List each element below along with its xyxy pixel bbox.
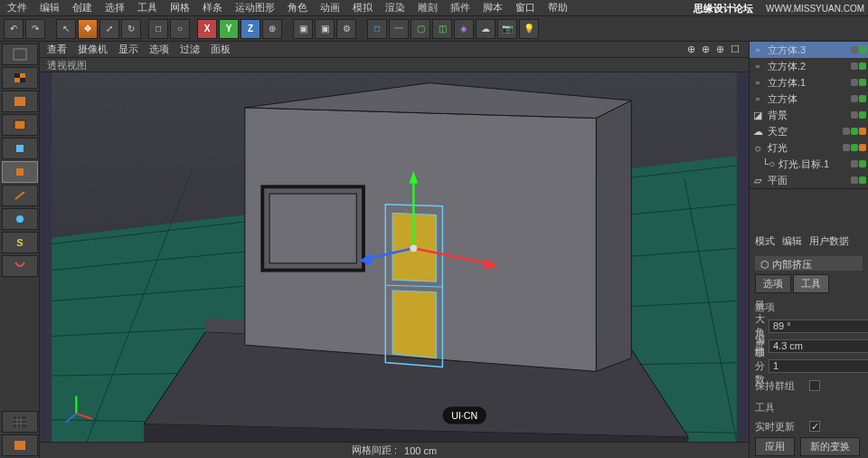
nurbs-button[interactable]: ▢ [410,19,430,39]
lock-button[interactable]: ○ [170,19,190,39]
scale-tool-button[interactable]: ⤢ [99,19,119,39]
spline-button[interactable]: 〰 [389,19,409,39]
generator-button[interactable]: ◫ [432,19,452,39]
vp-camera[interactable]: 摄像机 [78,43,108,56]
offset-input[interactable] [769,339,868,353]
svg-rect-7 [16,168,24,176]
menu-spline[interactable]: 样条 [203,1,222,14]
svg-rect-4 [14,97,25,106]
obj-cube1[interactable]: ▫立方体.1 [750,74,868,91]
light-button[interactable]: 💡 [519,19,539,39]
ui-cn-logo: UI·CN [442,406,486,424]
menu-mograph[interactable]: 运动图形 [235,1,275,14]
max-angle-input[interactable] [769,320,868,333]
undo-button[interactable]: ↶ [4,19,24,39]
svg-rect-6 [16,145,24,152]
menu-tools[interactable]: 工具 [137,1,157,14]
cube-icon: ▫ [751,92,764,105]
render-region-button[interactable]: ▣ [315,19,335,39]
attr-edit-tab[interactable]: 编辑 [782,234,802,249]
poly-mode-button[interactable] [2,161,38,183]
obj-plane[interactable]: ▱平面 [750,172,868,188]
viewport[interactable]: UI·CN [40,72,749,442]
redo-button[interactable]: ↷ [25,19,45,39]
move-tool-button[interactable]: ✥ [78,19,98,39]
edge-mode-button[interactable] [2,185,38,206]
make-editable-button[interactable] [2,43,38,65]
viewport-title-bar: 透视视图 [40,58,749,72]
snap-button[interactable] [2,255,38,277]
workplane-button[interactable] [2,411,38,433]
object-manager[interactable]: ▫立方体.3 ▫立方体.2 ▫立方体.1 ▫立方体 ◪背景 ☁天空 ☼灯光 └○… [750,42,868,189]
point-mode-button[interactable] [2,138,38,159]
camera-button[interactable]: 📷 [497,19,517,39]
menu-render[interactable]: 渲染 [385,1,405,14]
watermark-text: 思缘设计论坛 [693,2,753,15]
realtime-label: 实时更新 [755,420,806,434]
vertex-mode-button[interactable] [2,208,38,230]
attr-userdata-tab[interactable]: 用户数据 [809,234,849,249]
obj-cube2[interactable]: ▫立方体.2 [750,58,868,74]
axis-mode-button[interactable]: S [2,232,38,253]
plane-icon: ▱ [751,174,764,186]
tool-title: ⬡ 内部挤压 [755,256,863,271]
obj-sky[interactable]: ☁天空 [750,123,868,139]
menu-create[interactable]: 创建 [72,1,92,14]
menu-sculpt[interactable]: 雕刻 [418,1,438,14]
menu-window[interactable]: 窗口 [515,1,535,14]
coord-system-button[interactable]: ⊕ [262,19,282,39]
axis-x-button[interactable]: X [197,19,217,39]
uv-mode-button[interactable] [2,114,38,136]
light-icon: ☼ [751,141,764,154]
obj-cube[interactable]: ▫立方体 [750,91,868,107]
menu-animation[interactable]: 动画 [320,1,340,14]
vp-panel[interactable]: 面板 [211,43,231,56]
attr-mode-tab[interactable]: 模式 [755,234,775,249]
svg-point-8 [16,215,24,223]
menu-edit[interactable]: 编辑 [40,1,60,14]
menu-file[interactable]: 文件 [7,1,27,14]
deformer-button[interactable]: ◈ [454,19,474,39]
subtab-options[interactable]: 选项 [755,274,791,293]
texture-mode-button[interactable] [2,91,38,112]
obj-light-target[interactable]: └○灯光.目标.1 [750,156,868,172]
menu-mesh[interactable]: 网格 [170,1,190,14]
axis-y-button[interactable]: Y [219,19,239,39]
select-tool-button[interactable]: ↖ [56,19,76,39]
last-tool-button[interactable]: □ [148,19,168,39]
watermark-url: WWW.MISSYUAN.COM [766,4,864,14]
vp-view[interactable]: 查看 [47,43,67,56]
menu-help[interactable]: 帮助 [548,1,568,14]
apply-button[interactable]: 应用 [755,437,795,456]
obj-background[interactable]: ◪背景 [750,107,868,123]
vp-options[interactable]: 选项 [149,43,169,56]
menu-select[interactable]: 选择 [105,1,125,14]
menu-character[interactable]: 角色 [288,1,307,14]
primitive-button[interactable]: □ [367,19,387,39]
obj-cube3[interactable]: ▫立方体.3 [750,42,868,58]
realtime-checkbox[interactable]: ✓ [809,421,820,432]
cube-icon: ▫ [751,60,764,72]
viewport-footer: 网格间距 : 100 cm [40,442,749,458]
subdiv-input[interactable] [769,359,868,373]
cube-icon: ▫ [751,76,764,89]
menu-script[interactable]: 脚本 [483,1,503,14]
viewport-container: 查看 摄像机 显示 选项 过滤 面板 ⊕ ⊕ ⊕ ☐ 透视视图 [40,42,749,458]
new-transform-button[interactable]: 新的变换 [800,437,860,456]
render-button[interactable]: ▣ [293,19,313,39]
obj-light[interactable]: ☼灯光 [750,139,868,156]
environment-button[interactable]: ☁ [476,19,495,39]
vp-filter[interactable]: 过滤 [180,43,200,56]
rotate-tool-button[interactable]: ↻ [121,19,141,39]
model-mode-button[interactable] [2,67,38,89]
viewport-menu: 查看 摄像机 显示 选项 过滤 面板 ⊕ ⊕ ⊕ ☐ [40,42,749,58]
vp-display[interactable]: 显示 [118,43,138,56]
vp-nav-icons[interactable]: ⊕ ⊕ ⊕ ☐ [687,43,741,55]
paint-button[interactable] [2,434,38,456]
menu-plugins[interactable]: 插件 [450,1,470,14]
axis-z-button[interactable]: Z [241,19,260,39]
menu-simulate[interactable]: 模拟 [353,1,373,14]
subtab-tool[interactable]: 工具 [793,274,829,293]
render-settings-button[interactable]: ⚙ [336,19,356,39]
preserve-checkbox[interactable] [809,380,820,391]
